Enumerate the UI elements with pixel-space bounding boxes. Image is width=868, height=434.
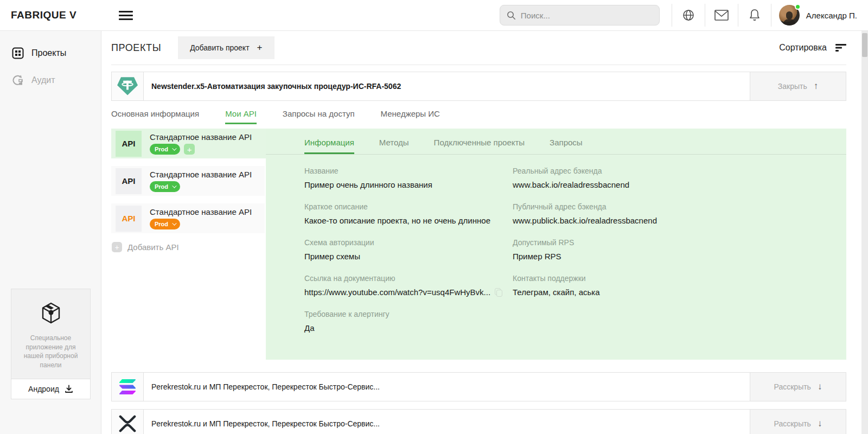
online-status-dot xyxy=(795,4,801,10)
expand-project-button[interactable]: Расскрыть ↓ xyxy=(750,410,846,434)
project-title: Perekrestok.ru и МП Перекресток, Перекре… xyxy=(144,373,750,401)
field-label: Ссылка на документацию xyxy=(304,274,513,283)
search-box[interactable] xyxy=(500,5,660,25)
env-dropdown[interactable]: Prod xyxy=(150,144,180,155)
globe-icon[interactable] xyxy=(672,9,705,22)
arrow-down-icon: ↓ xyxy=(818,418,822,429)
sort-control[interactable]: Сортировка xyxy=(779,43,846,53)
chevron-down-icon xyxy=(172,183,176,188)
api-badge: API xyxy=(116,206,142,232)
field-label: Требование к алертингу xyxy=(304,310,513,318)
tab-is-managers[interactable]: Менеджеры ИС xyxy=(381,109,440,124)
bell-icon[interactable] xyxy=(738,9,771,22)
chevron-down-icon xyxy=(172,146,176,150)
api-badge: API xyxy=(116,168,142,194)
api-badge: API xyxy=(116,131,142,157)
solana-icon xyxy=(118,379,137,394)
add-api-button[interactable]: + Добавить API xyxy=(111,242,266,252)
user-avatar[interactable] xyxy=(779,5,800,25)
project-icon-cell xyxy=(112,72,144,100)
env-dropdown[interactable]: Prod xyxy=(150,181,180,192)
field-label: Публичный адрес бэкенда xyxy=(513,202,657,211)
cube-app-icon xyxy=(17,301,85,325)
field-value: www.back.io/realadressbacnend xyxy=(513,180,657,189)
mail-icon[interactable] xyxy=(705,10,738,21)
tab-main-info[interactable]: Основная информация xyxy=(111,109,199,124)
expand-label: Расскрыть xyxy=(774,382,811,391)
tab-requests[interactable]: Запросы xyxy=(550,138,583,154)
add-project-button[interactable]: Добавить проект + xyxy=(178,36,274,59)
xrp-icon xyxy=(118,415,137,432)
field-value: Какое-то описание проекта, но не очень д… xyxy=(304,216,513,225)
project-icon-cell xyxy=(112,410,144,434)
tab-my-api[interactable]: Мои API xyxy=(225,109,257,124)
audit-history-icon xyxy=(12,74,24,86)
hamburger-menu-icon[interactable] xyxy=(119,9,133,22)
download-label: Андроид xyxy=(28,385,59,393)
android-download-button[interactable]: Андроид xyxy=(11,379,90,399)
copy-icon[interactable] xyxy=(495,288,502,297)
tab-access-requests[interactable]: Запросы на доступ xyxy=(283,109,355,124)
plus-icon: + xyxy=(112,242,122,252)
field-allowed-rps: Допустимый RPS Пример RPS xyxy=(513,238,657,261)
plus-icon: + xyxy=(257,45,263,50)
top-header: FABRIQUE V Александр П. xyxy=(0,0,868,31)
field-real-backend-address: Реальный адрес бэкенда www.back.io/reala… xyxy=(513,167,657,189)
field-value: Да xyxy=(304,323,513,333)
add-env-button[interactable]: + xyxy=(184,144,195,155)
tab-connected-projects[interactable]: Подключенные проекты xyxy=(434,138,525,154)
expand-project-button[interactable]: Расскрыть ↓ xyxy=(750,373,846,401)
arrow-down-icon: ↓ xyxy=(818,381,822,392)
projects-grid-icon xyxy=(12,47,24,59)
api-name: Стандартное название API xyxy=(150,170,252,179)
field-alerting-requirement: Требование к алертингу Да xyxy=(304,310,513,333)
project-card-collapsed[interactable]: Perekrestok.ru и МП Перекресток, Перекре… xyxy=(111,372,846,401)
project-title: Newstender.x5-Автоматизация закупочных п… xyxy=(144,72,750,100)
tab-information[interactable]: Информация xyxy=(304,138,354,154)
search-input[interactable] xyxy=(521,11,653,20)
sidebar-item-projects[interactable]: Проекты xyxy=(0,40,101,67)
divider xyxy=(771,4,771,27)
project-card-collapsed[interactable]: Perekrestok.ru и МП Перекресток, Перекре… xyxy=(111,409,846,434)
env-label: Prod xyxy=(155,146,168,152)
api-name: Стандартное название API xyxy=(150,207,252,216)
env-dropdown[interactable]: Prod xyxy=(150,219,180,229)
api-list: API Стандартное название API Prod + xyxy=(111,129,266,252)
field-label: Схема авторизации xyxy=(304,238,513,247)
app-logo: FABRIQUE V xyxy=(11,9,76,21)
field-value: Пример RPS xyxy=(513,252,657,261)
sidebar-item-audit[interactable]: Аудит xyxy=(0,67,101,94)
api-list-item[interactable]: API Стандартное название API Prod xyxy=(111,203,265,233)
field-docs-link: Ссылка на документацию https://www.youtu… xyxy=(304,274,513,297)
field-value: Пример очень длинного названия xyxy=(304,180,513,189)
sort-label: Сортировка xyxy=(779,43,827,53)
field-short-description: Краткое описание Какое-то описание проек… xyxy=(304,202,513,225)
page-title: ПРОЕКТЫ xyxy=(111,42,161,54)
field-support-contacts: Контакты поддержки Телеграм, скайп, аськ… xyxy=(513,274,657,297)
scrollbar-track[interactable] xyxy=(861,31,868,434)
search-icon xyxy=(507,11,516,20)
api-list-item[interactable]: API Стандартное название API Prod xyxy=(111,166,265,196)
project-card-expanded[interactable]: Newstender.x5-Автоматизация закупочных п… xyxy=(111,72,846,101)
field-label: Реальный адрес бэкенда xyxy=(513,167,657,175)
env-label: Prod xyxy=(155,183,168,190)
sidebar: Проекты Аудит xyxy=(0,31,101,434)
project-tabs: Основная информация Мои API Запросы на д… xyxy=(111,109,846,124)
scrollbar-thumb[interactable] xyxy=(862,33,867,57)
user-name[interactable]: Александр П. xyxy=(806,11,857,20)
main-content: ПРОЕКТЫ Добавить проект + Сортировка xyxy=(101,31,868,434)
api-detail-tabs: Информация Методы Подключенные проекты З… xyxy=(266,129,846,155)
add-api-label: Добавить API xyxy=(127,242,179,252)
project-icon-cell xyxy=(112,373,144,401)
collapse-project-button[interactable]: Закрыть ↑ xyxy=(750,72,846,100)
field-value[interactable]: https://www.youtube.com/watch?v=usq4FwHy… xyxy=(304,288,490,297)
field-public-backend-address: Публичный адрес бэкенда www.publick.back… xyxy=(513,202,657,225)
app-promo-card: Специальное приложение для нашей приборн… xyxy=(11,289,91,399)
arrow-up-icon: ↑ xyxy=(814,81,819,92)
api-name: Стандартное название API xyxy=(150,132,252,142)
tab-methods[interactable]: Методы xyxy=(379,138,409,154)
sidebar-item-label: Аудит xyxy=(31,75,55,85)
expand-label: Расскрыть xyxy=(774,419,811,428)
api-list-item[interactable]: API Стандартное название API Prod + xyxy=(111,129,266,158)
api-detail-panel: Информация Методы Подключенные проекты З… xyxy=(266,129,846,360)
